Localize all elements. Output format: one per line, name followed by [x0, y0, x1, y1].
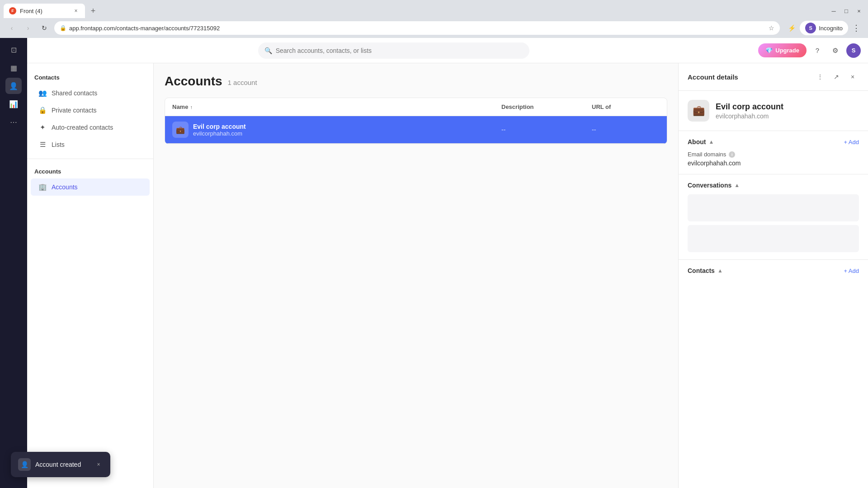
content-area: Contacts 👥 Shared contacts 🔒 Private con…: [27, 63, 868, 488]
table-header: Name ↑ Description URL of: [165, 98, 667, 116]
accounts-section-title: Accounts: [27, 164, 153, 178]
account-url: --: [592, 126, 660, 133]
toast-close-icon: ×: [97, 461, 100, 468]
about-collapse-icon[interactable]: ▲: [708, 139, 714, 145]
contacts-label: Contacts: [688, 267, 715, 274]
toast-icon-symbol: 👤: [21, 461, 28, 468]
contacts-collapse-icon[interactable]: ▲: [717, 267, 723, 274]
address-actions: ⚡ S Incognito ⋮: [785, 21, 863, 35]
private-contacts-label: Private contacts: [52, 107, 97, 114]
settings-button[interactable]: ⚙: [828, 43, 843, 58]
app-main: 🔍 💎 Upgrade ? ⚙ S Contacts 👥 Shared co: [27, 38, 868, 488]
email-domains-text: Email domains: [688, 151, 726, 158]
tab-favicon: F: [9, 7, 16, 14]
contacts-section-title: Contacts: [27, 70, 153, 84]
panel-header: Account details ⋮ ↗ ×: [679, 63, 868, 91]
maximize-button[interactable]: □: [841, 5, 852, 16]
toolbar-contacts-icon[interactable]: 👤: [5, 78, 22, 94]
account-header-icon: 💼: [693, 105, 705, 117]
conversations-label: Conversations: [688, 182, 731, 189]
address-bar: ‹ › ↻ 🔒 app.frontapp.com/contacts-manage…: [0, 18, 868, 38]
upgrade-icon: 💎: [765, 47, 773, 54]
lists-icon: ☰: [38, 140, 47, 149]
panel-external-link-button[interactable]: ↗: [830, 70, 843, 83]
toolbar-more-icon[interactable]: ⋯: [5, 114, 22, 130]
contacts-add-link[interactable]: + Add: [844, 267, 859, 274]
url-text: app.frontapp.com/contacts-manager/accoun…: [69, 25, 766, 32]
upgrade-button[interactable]: 💎 Upgrade: [758, 43, 807, 57]
panel-more-button[interactable]: ⋮: [814, 70, 826, 83]
main-content: Accounts 1 account Name ↑ Description UR: [154, 63, 678, 488]
reload-button[interactable]: ↻: [38, 22, 51, 34]
contacts-section: Contacts ▲ + Add: [679, 260, 868, 287]
minimize-button[interactable]: ─: [828, 5, 839, 16]
name-column-header[interactable]: Name ↑: [172, 103, 501, 110]
panel-close-button[interactable]: ×: [846, 70, 859, 83]
user-avatar[interactable]: S: [846, 43, 861, 58]
search-bar[interactable]: 🔍: [258, 42, 529, 59]
search-icon: 🔍: [264, 47, 272, 54]
conversation-skeleton-1: [688, 194, 859, 221]
right-panel: Account details ⋮ ↗ × 💼 Evil corp accoun…: [678, 63, 868, 488]
account-cell: 💼 Evil corp account evilcorphahah.com: [172, 122, 501, 138]
new-tab-button[interactable]: +: [87, 5, 99, 17]
account-name: Evil corp account: [193, 123, 246, 130]
forward-button[interactable]: ›: [22, 22, 34, 34]
table-row[interactable]: 💼 Evil corp account evilcorphahah.com --…: [165, 116, 667, 144]
help-button[interactable]: ?: [810, 43, 825, 58]
browser-menu-button[interactable]: ⋮: [850, 22, 863, 34]
sidebar-item-lists[interactable]: ☰ Lists: [31, 136, 150, 153]
tab-bar: F Front (4) × + ─ □ ×: [0, 0, 868, 18]
shared-contacts-label: Shared contacts: [52, 89, 97, 97]
toolbar-analytics-icon[interactable]: 📊: [5, 96, 22, 112]
incognito-button[interactable]: S Incognito: [800, 21, 848, 35]
sidebar-item-shared-contacts[interactable]: 👥 Shared contacts: [31, 84, 150, 102]
upgrade-label: Upgrade: [775, 47, 799, 54]
account-avatar: 💼: [172, 122, 189, 138]
back-button[interactable]: ‹: [5, 22, 18, 34]
account-domain: evilcorphahah.com: [193, 130, 246, 137]
accounts-icon: 🏢: [38, 183, 47, 192]
close-window-button[interactable]: ×: [854, 5, 864, 16]
sidebar-item-private-contacts[interactable]: 🔒 Private contacts: [31, 102, 150, 119]
panel-title: Account details: [688, 73, 738, 81]
about-section: About ▲ + Add Email domains i evilcorpha…: [679, 131, 868, 174]
toolbar-calendar-icon[interactable]: ▦: [5, 60, 22, 76]
url-column-label: URL of: [592, 103, 611, 110]
url-column-header[interactable]: URL of: [592, 103, 660, 110]
contacts-title: Contacts ▲: [688, 267, 723, 274]
account-header-name: Evil corp account: [716, 102, 783, 112]
toast-notification: 👤 Account created ×: [11, 452, 110, 477]
conversations-collapse-icon[interactable]: ▲: [734, 182, 740, 188]
active-tab[interactable]: F Front (4) ×: [4, 4, 85, 18]
auto-created-label: Auto-created contacts: [52, 124, 113, 131]
about-section-title: About ▲: [688, 138, 714, 145]
tab-title: Front (4): [20, 8, 69, 14]
toolbar-inbox-icon[interactable]: ⊡: [5, 42, 22, 58]
sidebar-divider: [27, 159, 153, 159]
sidebar-item-accounts[interactable]: 🏢 Accounts: [31, 178, 150, 196]
about-add-link[interactable]: + Add: [844, 139, 859, 145]
sort-icon: ↑: [190, 104, 193, 110]
bookmark-icon[interactable]: ☆: [769, 24, 774, 32]
incognito-avatar: S: [805, 23, 816, 33]
conversation-skeleton-2: [688, 225, 859, 252]
account-details-header: 💼 Evil corp account evilcorphahah.com: [679, 91, 868, 131]
account-info: Evil corp account evilcorphahah.com: [193, 123, 246, 137]
header-actions: 💎 Upgrade ? ⚙ S: [758, 43, 861, 58]
email-domains-value: evilcorphahah.com: [688, 160, 859, 167]
tab-close-button[interactable]: ×: [72, 7, 80, 14]
contacts-header: Contacts ▲ + Add: [688, 267, 859, 274]
toast-close-button[interactable]: ×: [94, 460, 103, 469]
email-domains-info-icon[interactable]: i: [729, 151, 735, 158]
page-title: Accounts: [165, 74, 222, 89]
sidebar-item-auto-created[interactable]: ✦ Auto-created contacts: [31, 119, 150, 136]
extensions-button[interactable]: ⚡: [785, 22, 798, 34]
url-bar[interactable]: 🔒 app.frontapp.com/contacts-manager/acco…: [54, 21, 780, 35]
account-header-domain: evilcorphahah.com: [716, 113, 783, 120]
lock-icon: 🔒: [60, 25, 66, 31]
name-column-label: Name: [172, 103, 188, 110]
search-input[interactable]: [276, 47, 523, 54]
description-column-header[interactable]: Description: [501, 103, 592, 110]
page-count: 1 account: [228, 79, 257, 86]
